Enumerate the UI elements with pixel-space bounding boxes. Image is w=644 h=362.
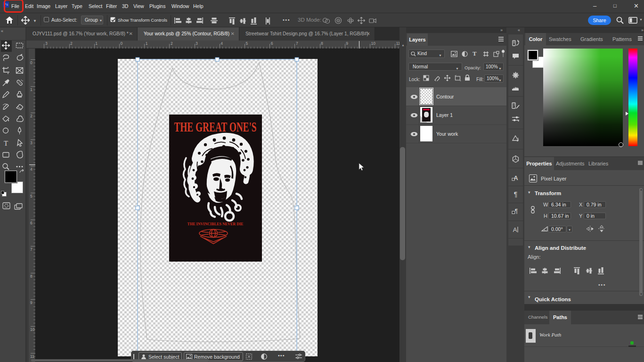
svg-text:¶: ¶ (514, 190, 518, 198)
svg-text:T: T (3, 140, 8, 147)
svg-text:THE GREAT ONE'S: THE GREAT ONE'S (174, 119, 257, 134)
svg-text:¶: ¶ (515, 208, 518, 214)
svg-text:THE INVINCIBLES NEVER DIE: THE INVINCIBLES NEVER DIE (187, 222, 244, 226)
svg-text:A: A (513, 226, 517, 233)
